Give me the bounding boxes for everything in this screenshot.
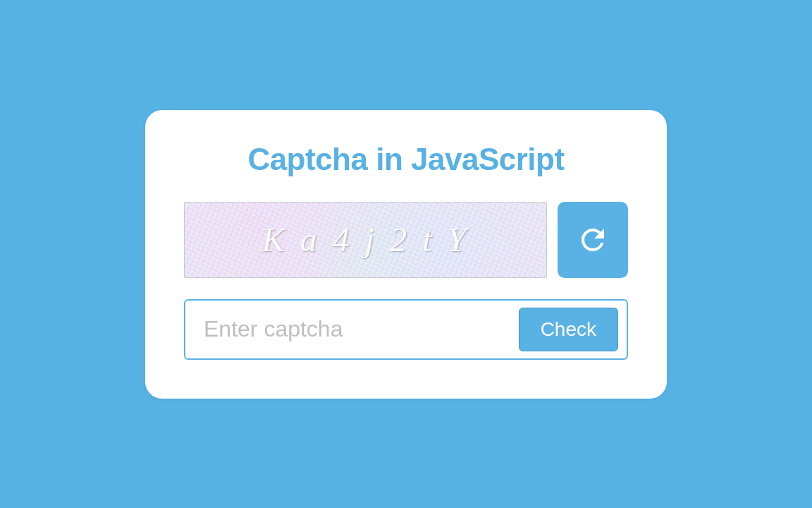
refresh-button[interactable] <box>558 202 628 278</box>
captcha-card: Captcha in JavaScript Ka4j2tY Check <box>145 110 667 399</box>
check-button[interactable]: Check <box>519 308 618 351</box>
refresh-icon <box>576 223 610 257</box>
page-title: Captcha in JavaScript <box>184 142 628 177</box>
captcha-row: Ka4j2tY <box>184 202 628 278</box>
captcha-input[interactable] <box>204 316 510 342</box>
captcha-display: Ka4j2tY <box>184 202 547 278</box>
captcha-text: Ka4j2tY <box>185 202 546 277</box>
input-row: Check <box>184 299 628 360</box>
